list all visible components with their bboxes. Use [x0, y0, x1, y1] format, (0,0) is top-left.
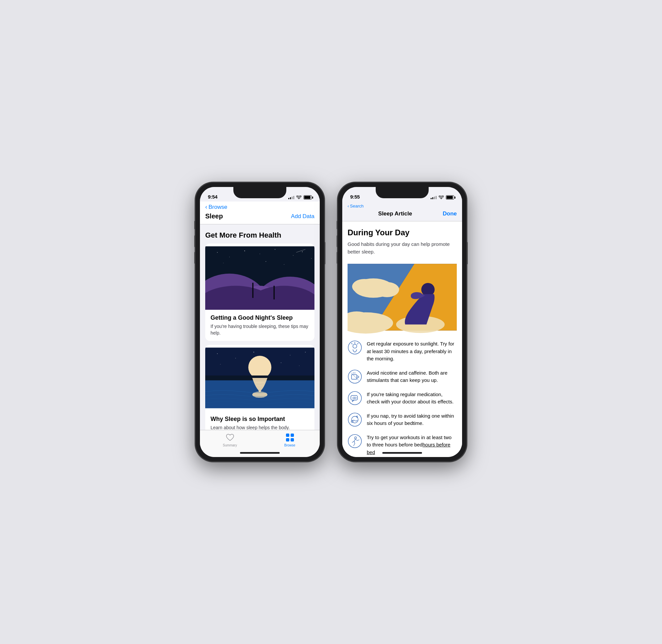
signal-icon-left	[288, 196, 294, 199]
svg-point-8	[311, 258, 312, 258]
chevron-back-icon: ‹	[347, 204, 349, 208]
nav-action-left[interactable]: Add Data	[291, 213, 315, 220]
svg-point-6	[293, 255, 294, 256]
svg-point-74	[355, 437, 357, 439]
article-intro: Good habits during your day can help pro…	[347, 240, 457, 255]
svg-point-30	[248, 356, 271, 379]
tip-item-3: If you're taking regular medication, che…	[347, 391, 457, 406]
wifi-icon-left	[296, 196, 301, 200]
article-card-2[interactable]: Why Sleep is so Important Learn about ho…	[205, 345, 315, 436]
battery-icon-right	[446, 195, 454, 200]
home-indicator-right	[382, 452, 422, 454]
nav-title-row-left: Sleep Add Data	[205, 212, 315, 220]
nav-bar-left: ‹ Browse Sleep Add Data	[200, 202, 320, 224]
screen-content-left: 9:54	[200, 187, 320, 457]
nav-title-left: Sleep	[205, 212, 223, 220]
nap-icon	[347, 412, 362, 427]
svg-point-29	[299, 366, 299, 366]
article-back-label: Search	[350, 204, 363, 208]
svg-point-25	[290, 355, 290, 355]
svg-rect-36	[286, 434, 289, 437]
article-main-title: During Your Day	[347, 228, 457, 237]
volume-down-button	[194, 252, 196, 264]
section-header-1: Get More From Health	[200, 224, 320, 244]
sleep-hills-illustration	[205, 244, 315, 310]
tip-text-4: If you nap, try to avoid taking one with…	[367, 412, 457, 427]
svg-point-54	[352, 279, 376, 294]
svg-point-28	[281, 363, 281, 363]
svg-point-24	[254, 352, 254, 352]
screen-content-right: 9:55	[342, 187, 462, 457]
svg-point-23	[235, 358, 236, 359]
tip-text-3: If you're taking regular medication, che…	[367, 391, 457, 406]
tip-text-1: Get regular exposure to sunlight. Try fo…	[367, 340, 457, 363]
article-desc-1: If you're having trouble sleeping, these…	[210, 323, 309, 336]
phone-screen-right: 9:55	[342, 187, 462, 457]
volume-up-button-right	[337, 235, 338, 247]
article-text-1: Getting a Good Night's Sleep If you're h…	[205, 310, 315, 341]
phone-screen-left: 9:54	[200, 187, 320, 457]
svg-point-1	[217, 252, 218, 253]
article-image-2	[205, 345, 315, 411]
svg-point-2	[229, 257, 230, 257]
svg-point-59	[353, 344, 357, 348]
svg-rect-37	[291, 434, 294, 437]
article-hero-illustration	[347, 261, 457, 334]
article-card-1[interactable]: Getting a Good Night's Sleep If you're h…	[205, 244, 315, 341]
nav-back-left[interactable]: ‹ Browse	[205, 204, 315, 210]
svg-point-10	[266, 261, 266, 262]
svg-point-27	[220, 364, 221, 364]
exercise-icon	[347, 434, 362, 448]
tab-summary[interactable]: Summary	[200, 433, 260, 447]
tab-browse-label: Browse	[284, 443, 295, 447]
svg-point-4	[259, 254, 260, 254]
article-scroll: During Your Day Good habits during your …	[342, 222, 462, 457]
svg-point-11	[284, 264, 284, 265]
status-time-right: 9:55	[350, 194, 360, 200]
volume-up-button	[194, 235, 196, 247]
signal-icon-right	[431, 196, 437, 199]
silent-button	[194, 221, 196, 229]
tip-item-1: Get regular exposure to sunlight. Try fo…	[347, 340, 457, 363]
home-indicator-left	[240, 452, 280, 454]
article-title-1: Getting a Good Night's Sleep	[210, 314, 309, 321]
svg-rect-38	[286, 438, 289, 441]
volume-down-button-right	[337, 252, 338, 264]
sun-icon	[347, 340, 362, 355]
article-nav-title: Sleep Article	[347, 210, 443, 217]
coffee-icon	[347, 369, 362, 384]
battery-icon-left	[303, 195, 312, 200]
tip-text-2: Avoid nicotine and caffeine. Both are st…	[367, 369, 457, 384]
heart-icon	[225, 433, 235, 442]
article-image-1	[205, 244, 315, 310]
svg-point-3	[244, 251, 245, 251]
tab-summary-label: Summary	[223, 443, 237, 447]
article-nav: ‹ Search Sleep Article Done	[342, 202, 462, 222]
svg-rect-67	[351, 395, 358, 400]
svg-point-66	[348, 391, 362, 405]
grid-icon	[285, 433, 295, 442]
phone-right: 9:55	[338, 182, 467, 462]
svg-line-62	[351, 343, 352, 344]
svg-rect-39	[291, 438, 294, 441]
article-title-2: Why Sleep is so Important	[210, 416, 309, 422]
article-nav-row: Sleep Article Done	[347, 210, 457, 217]
nav-back-label-left: Browse	[208, 204, 227, 210]
power-button	[324, 242, 325, 264]
power-button-right	[466, 242, 468, 264]
phone-body-right: 9:55	[338, 182, 467, 462]
wifi-icon-right	[439, 196, 444, 200]
tab-browse[interactable]: Browse	[260, 433, 320, 447]
svg-point-7	[302, 252, 302, 252]
silent-button-right	[337, 221, 338, 229]
svg-point-55	[375, 282, 399, 297]
status-icons-left	[288, 195, 312, 200]
article-back[interactable]: ‹ Search	[347, 204, 457, 208]
svg-point-5	[275, 249, 275, 250]
phone-body-left: 9:54	[195, 182, 324, 462]
phone-left: 9:54	[195, 182, 324, 462]
notch-right	[376, 187, 429, 198]
done-button[interactable]: Done	[443, 210, 457, 217]
status-icons-right	[431, 195, 454, 200]
svg-rect-19	[273, 286, 275, 299]
